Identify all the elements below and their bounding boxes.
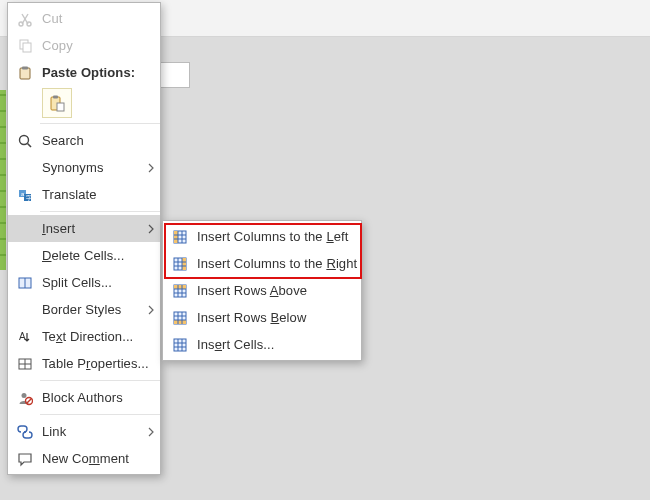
menu-search[interactable]: Search	[8, 127, 160, 154]
separator	[40, 414, 160, 415]
insert-rows-below-icon	[171, 309, 189, 327]
chevron-right-icon	[144, 305, 154, 315]
svg-rect-31	[182, 258, 186, 270]
submenu-insert-rows-above[interactable]: Insert Rows Above	[163, 277, 361, 304]
menu-label: Translate	[42, 187, 154, 202]
chevron-right-icon	[144, 224, 154, 234]
menu-label: Insert	[42, 221, 144, 236]
submenu-insert-cells[interactable]: Insert Cells...	[163, 331, 361, 358]
menu-table-properties[interactable]: Table Properties...	[8, 350, 160, 377]
paste-option-row	[8, 86, 160, 120]
link-icon	[16, 423, 34, 441]
spacer-icon	[16, 220, 34, 238]
menu-label: Border Styles	[42, 302, 144, 317]
menu-label: Insert Cells...	[197, 337, 355, 352]
copy-icon	[16, 37, 34, 55]
menu-paste-options: Paste Options:	[8, 59, 160, 86]
separator	[40, 380, 160, 381]
menu-label: Text Direction...	[42, 329, 154, 344]
menu-text-direction[interactable]: A Text Direction...	[8, 323, 160, 350]
menu-label: Block Authors	[42, 390, 154, 405]
menu-label: Insert Rows Above	[197, 283, 355, 298]
menu-label: Synonyms	[42, 160, 144, 175]
menu-insert[interactable]: Insert	[8, 215, 160, 242]
menu-label: Cut	[42, 11, 154, 26]
insert-cols-right-icon	[171, 255, 189, 273]
separator	[40, 123, 160, 124]
document-fragment	[159, 62, 190, 88]
svg-point-21	[22, 393, 27, 398]
menu-label: Insert Rows Below	[197, 310, 355, 325]
menu-link[interactable]: Link	[8, 418, 160, 445]
svg-rect-4	[20, 68, 30, 79]
svg-rect-3	[23, 43, 31, 52]
separator	[40, 211, 160, 212]
spacer-icon	[16, 247, 34, 265]
menu-label: Search	[42, 133, 154, 148]
svg-rect-7	[53, 96, 58, 99]
menu-new-comment[interactable]: New Comment	[8, 445, 160, 472]
spacer-icon	[16, 159, 34, 177]
insert-cols-left-icon	[171, 228, 189, 246]
menu-label: Link	[42, 424, 144, 439]
menu-label: New Comment	[42, 451, 154, 466]
menu-block-authors[interactable]: Block Authors	[8, 384, 160, 411]
menu-label: Split Cells...	[42, 275, 154, 290]
insert-cells-icon	[171, 336, 189, 354]
chevron-right-icon	[144, 163, 154, 173]
menu-label: Delete Cells...	[42, 248, 154, 263]
submenu-insert-cols-left[interactable]: Insert Columns to the Left	[163, 223, 361, 250]
svg-point-9	[20, 135, 29, 144]
menu-delete-cells[interactable]: Delete Cells...	[8, 242, 160, 269]
table-selection-strip	[0, 90, 6, 270]
svg-point-0	[19, 22, 23, 26]
svg-line-10	[28, 143, 32, 147]
paste-clipboard-icon[interactable]	[42, 88, 72, 118]
menu-label: Copy	[42, 38, 154, 53]
svg-rect-43	[174, 320, 186, 324]
insert-rows-above-icon	[171, 282, 189, 300]
insert-submenu: Insert Columns to the Left Insert Column…	[162, 220, 362, 361]
menu-split-cells[interactable]: Split Cells...	[8, 269, 160, 296]
chevron-right-icon	[144, 427, 154, 437]
translate-icon: a字	[16, 186, 34, 204]
menu-synonyms[interactable]: Synonyms	[8, 154, 160, 181]
comment-icon	[16, 450, 34, 468]
spacer-icon	[16, 301, 34, 319]
menu-cut[interactable]: Cut	[8, 5, 160, 32]
menu-label: Paste Options:	[42, 65, 154, 80]
search-icon	[16, 132, 34, 150]
svg-rect-37	[174, 285, 186, 289]
submenu-insert-cols-right[interactable]: Insert Columns to the Right	[163, 250, 361, 277]
context-menu: Cut Copy Paste Options: Search Synonyms …	[7, 2, 161, 475]
menu-label: Insert Columns to the Left	[197, 229, 355, 244]
cut-icon	[16, 10, 34, 28]
menu-translate[interactable]: a字 Translate	[8, 181, 160, 208]
menu-border-styles[interactable]: Border Styles	[8, 296, 160, 323]
block-authors-icon	[16, 389, 34, 407]
text-direction-icon: A	[16, 328, 34, 346]
menu-label: Insert Columns to the Right	[197, 256, 357, 271]
svg-text:字: 字	[26, 194, 32, 201]
svg-rect-48	[174, 339, 186, 351]
svg-point-1	[27, 22, 31, 26]
svg-line-23	[27, 398, 32, 403]
table-properties-icon	[16, 355, 34, 373]
svg-rect-25	[174, 231, 178, 243]
split-cells-icon	[16, 274, 34, 292]
paste-icon	[16, 64, 34, 82]
svg-text:A: A	[19, 331, 26, 342]
svg-rect-8	[57, 103, 64, 111]
svg-rect-5	[22, 66, 28, 69]
menu-label: Table Properties...	[42, 356, 154, 371]
menu-copy[interactable]: Copy	[8, 32, 160, 59]
submenu-insert-rows-below[interactable]: Insert Rows Below	[163, 304, 361, 331]
